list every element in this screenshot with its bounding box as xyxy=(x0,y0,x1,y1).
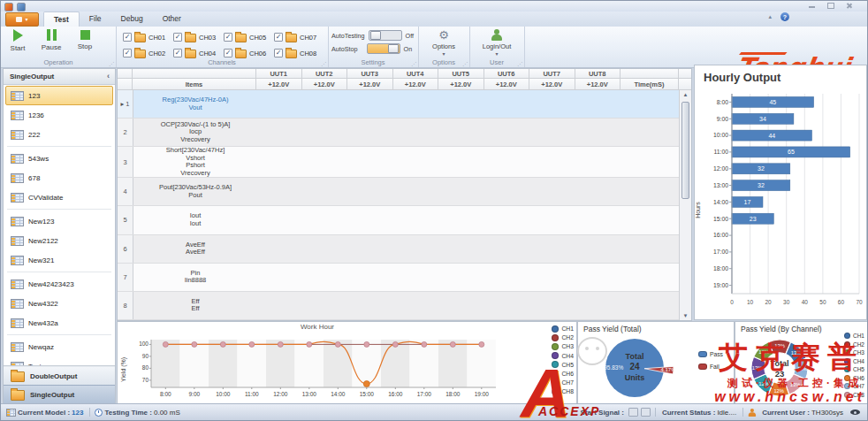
tab-test[interactable]: Test xyxy=(43,11,80,27)
channel-ch01[interactable]: ✓CH01 xyxy=(123,30,173,44)
close-icon[interactable] xyxy=(845,3,853,9)
checkbox-icon[interactable]: ✓ xyxy=(224,33,232,42)
checkbox-icon[interactable]: ✓ xyxy=(173,49,182,57)
uut-result-cell xyxy=(439,119,484,146)
group-user: Login/Out ▾ User ⋰ xyxy=(469,27,525,67)
collapse-sidebar-icon[interactable]: ‹ xyxy=(107,69,110,84)
scrollbar-thumb[interactable] xyxy=(681,102,689,199)
sidebar-item-678[interactable]: 678 xyxy=(5,168,113,188)
sidebar-item-new123[interactable]: New123 xyxy=(5,211,113,231)
item-cell: AveEffAveEff xyxy=(133,235,257,263)
svg-text:12:00: 12:00 xyxy=(273,391,288,397)
sidebar-item-cvvalidate[interactable]: CVValidate xyxy=(5,188,113,207)
gear-icon: ⚙ xyxy=(438,29,449,41)
sidebar-item-label: CVValidate xyxy=(28,194,63,202)
tab-debug[interactable]: Debug xyxy=(111,11,153,27)
group-label-operation: Operation xyxy=(1,58,116,66)
svg-text:70: 70 xyxy=(856,299,863,305)
legend-swatch xyxy=(844,366,850,372)
table-row[interactable]: 8EffEff xyxy=(118,292,679,320)
legend-swatch xyxy=(552,379,559,387)
sidebar-item-1236[interactable]: 1236 xyxy=(5,105,113,125)
checkbox-icon[interactable]: ✓ xyxy=(123,33,132,42)
testing-time-label: Testing Time : xyxy=(104,409,152,417)
uut-result-cell xyxy=(529,206,575,233)
table-header-uut-row: UUT1UUT2UUT3UUT4UUT5UUT6UUT7UUT8 xyxy=(118,69,691,79)
restore-icon[interactable] xyxy=(826,3,834,9)
sidebar-item-new4322[interactable]: New4322 xyxy=(5,294,113,313)
application-menu-button[interactable]: ▾ xyxy=(5,12,39,27)
auto-testing-toggle[interactable] xyxy=(369,30,402,41)
checkbox-icon[interactable]: ✓ xyxy=(173,33,182,42)
sidebar-item-new321[interactable]: New321 xyxy=(5,250,113,270)
legend-swatch xyxy=(552,388,559,395)
ribbon-tab-row: ▾ TestFileDebugOther ▴ ? xyxy=(1,11,867,27)
table-row[interactable]: ▸ 1Reg(230Vac/47Hz-0A)Vout xyxy=(118,90,679,119)
channel-ch05[interactable]: ✓CH05 xyxy=(224,30,274,44)
start-button[interactable]: Start xyxy=(3,29,33,52)
dialog-launcher-icon[interactable]: ⋰ xyxy=(462,60,468,66)
dialog-launcher-icon[interactable]: ⋰ xyxy=(321,60,326,66)
sidebar-item-new432a[interactable]: New432a xyxy=(5,313,113,333)
dialog-launcher-icon[interactable]: ⋰ xyxy=(411,60,416,66)
minimize-icon[interactable] xyxy=(808,3,816,9)
checkbox-icon[interactable]: ✓ xyxy=(224,49,232,57)
table-row[interactable]: 5IoutIout xyxy=(118,206,679,234)
legend-label: Pass xyxy=(710,350,723,358)
sidebar-mode-doubleoutput[interactable]: DoubleOutput xyxy=(4,366,115,385)
sidebar-item-newqaz[interactable]: Newqaz xyxy=(5,337,113,356)
sidebar-item-123[interactable]: 123 xyxy=(5,86,113,105)
uut-value-cell: +12.0V xyxy=(256,79,302,90)
table-row[interactable]: 7PinIin8888 xyxy=(118,264,679,292)
channel-ch03[interactable]: ✓CH03 xyxy=(173,30,224,44)
checkbox-icon[interactable]: ✓ xyxy=(274,49,283,57)
channel-legend: CH1CH2CH3CH4CH5CH6CH7CH8 xyxy=(844,332,864,399)
uut-result-cell xyxy=(257,147,302,177)
application-window: ▾ TestFileDebugOther ▴ ? Start Pause Sto… xyxy=(0,0,868,421)
svg-text:19:00: 19:00 xyxy=(713,282,728,288)
checkbox-icon[interactable]: ✓ xyxy=(123,49,132,57)
uut-result-cell xyxy=(257,264,302,291)
svg-text:10: 10 xyxy=(747,299,754,305)
app-small-icon[interactable] xyxy=(4,3,13,11)
legend-label: CH2 xyxy=(853,341,864,348)
dialog-launcher-icon[interactable]: ⋰ xyxy=(517,60,522,66)
uut-result-cell xyxy=(257,292,302,319)
window-small-icon[interactable] xyxy=(17,3,26,11)
scroll-up-icon[interactable]: ▲ xyxy=(680,92,691,97)
svg-text:Units: Units xyxy=(625,373,645,382)
table-row[interactable]: 4Pout[230Vac/53Hz-0.9A]Pout xyxy=(118,178,679,206)
table-row[interactable]: 6AveEffAveEff xyxy=(118,235,679,264)
svg-text:45: 45 xyxy=(769,99,776,105)
sidebar-item-new2122[interactable]: New2122 xyxy=(5,231,113,250)
table-scrollbar[interactable]: ▲ ▼ xyxy=(679,90,691,320)
sidebar-item-label: 222 xyxy=(28,131,40,139)
table-row[interactable]: 2OCP[230Vac/-(1 to 5)A]IocpVrecovery xyxy=(118,119,679,147)
login-out-button[interactable]: Login/Out ▾ xyxy=(469,29,524,57)
pause-button[interactable]: Pause xyxy=(36,29,66,51)
sidebar-item-222[interactable]: 222 xyxy=(5,125,113,144)
svg-text:Total: Total xyxy=(771,359,789,368)
table-row[interactable]: 3Short[230Vac/47Hz]VshortPshortVrecovery xyxy=(118,147,679,178)
sidebar-mode-singleoutput[interactable]: SingleOutput xyxy=(4,385,115,403)
stop-button[interactable]: Stop xyxy=(70,29,100,50)
sidebar-item-new42423423[interactable]: New42423423 xyxy=(5,274,113,294)
dialog-launcher-icon[interactable]: ⋰ xyxy=(109,60,114,66)
channel-ch07[interactable]: ✓CH07 xyxy=(274,30,324,44)
ribbon: Start Pause Stop Operation ⋰ ✓CH01✓CH02✓… xyxy=(1,27,867,68)
collapse-ribbon-icon[interactable]: ▴ xyxy=(768,13,772,20)
auto-stop-toggle[interactable] xyxy=(367,43,400,54)
model-grid-icon xyxy=(11,279,24,289)
eye-icon[interactable] xyxy=(850,410,860,415)
item-cell: EffEff xyxy=(133,292,257,319)
checkbox-icon[interactable]: ✓ xyxy=(274,33,283,42)
svg-text:12%: 12% xyxy=(773,388,784,394)
tab-other[interactable]: Other xyxy=(153,11,191,27)
help-icon[interactable]: ? xyxy=(780,12,789,21)
sidebar-item-543ws[interactable]: 543ws xyxy=(5,149,113,168)
scroll-down-icon[interactable]: ▼ xyxy=(680,313,691,318)
row-header-cell: 8 xyxy=(118,292,133,319)
legend-swatch xyxy=(844,358,850,364)
options-button[interactable]: ⚙ Options ▾ xyxy=(418,29,469,57)
tab-file[interactable]: File xyxy=(80,11,111,27)
